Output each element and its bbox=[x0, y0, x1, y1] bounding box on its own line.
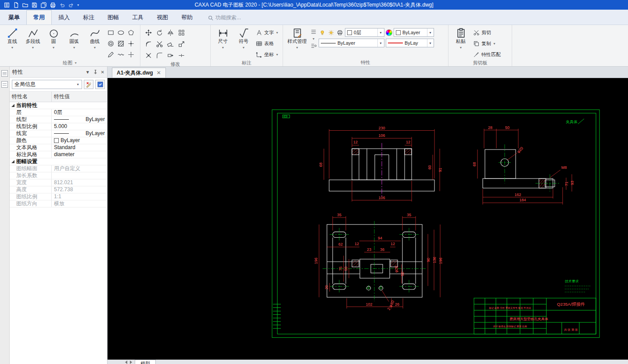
tab-home[interactable]: 常用 bbox=[26, 10, 52, 25]
tab-sheet[interactable]: 图幅 bbox=[101, 11, 126, 25]
prop-row-orientation[interactable]: 图纸方向 横放 bbox=[10, 200, 107, 207]
linetype-select[interactable]: ByLayer ▼ bbox=[319, 39, 384, 47]
scale-tool-icon[interactable] bbox=[176, 39, 187, 50]
prop-row-scale[interactable]: 图纸比例 1:1 bbox=[10, 193, 107, 200]
print-icon[interactable] bbox=[50, 2, 56, 8]
rotate-tool-icon[interactable] bbox=[154, 27, 165, 38]
color-picker-icon[interactable] bbox=[386, 29, 392, 36]
tab-close-icon[interactable]: ✕ bbox=[157, 70, 161, 76]
redo-icon[interactable] bbox=[68, 2, 75, 8]
new-document-icon[interactable] bbox=[13, 2, 19, 8]
text-tool[interactable]: 文字▼ bbox=[255, 28, 280, 38]
pick-object-button[interactable] bbox=[95, 80, 105, 89]
pencil-tool-icon[interactable] bbox=[106, 49, 115, 60]
erase-tool-icon[interactable] bbox=[165, 39, 176, 50]
layer-settings-icon[interactable] bbox=[310, 42, 317, 50]
style-manager-tool[interactable]: 样式管理▼ bbox=[286, 26, 309, 50]
color-select[interactable]: ByLayer ▼ bbox=[394, 28, 434, 37]
chevron-down-icon[interactable]: ▼ bbox=[32, 45, 35, 50]
trim-tool-icon[interactable] bbox=[154, 39, 165, 50]
document-tab[interactable]: A1-夹具体.dwg ✕ bbox=[112, 68, 166, 78]
wave-line-tool-icon[interactable] bbox=[116, 49, 126, 60]
chevron-down-icon[interactable]: ▼ bbox=[222, 45, 225, 50]
stretch-tool-icon[interactable] bbox=[165, 50, 176, 61]
mirror-tool-icon[interactable] bbox=[165, 27, 176, 38]
prev-sheet-icon[interactable] bbox=[125, 360, 127, 364]
model-space-tab[interactable]: 模型 bbox=[135, 360, 156, 364]
layer-plot-printer-icon[interactable] bbox=[336, 29, 344, 36]
prop-row-linetype-scale[interactable]: 线型比例 5.000 bbox=[10, 123, 107, 130]
polyline-tool[interactable]: 多段线▼ bbox=[23, 26, 43, 50]
tab-help[interactable]: 帮助 bbox=[175, 11, 199, 25]
prop-row-color[interactable]: 颜色 ByLayer bbox=[10, 137, 107, 144]
fillet-tool-icon[interactable] bbox=[154, 50, 165, 61]
paste-tool[interactable]: 粘贴▼ bbox=[451, 26, 470, 50]
function-search[interactable]: 功能搜索... bbox=[205, 11, 244, 25]
quick-access-menu-icon[interactable]: ▾ bbox=[77, 3, 79, 7]
prop-row-dim-style[interactable]: 标注风格 diameter bbox=[10, 151, 107, 158]
prop-row-lengthen[interactable]: 加长系数 bbox=[10, 172, 107, 179]
ellipse-tool-icon[interactable] bbox=[116, 27, 126, 38]
lineweight-select[interactable]: ByLay ▼ bbox=[386, 39, 434, 47]
prop-row-text-style[interactable]: 文本风格 Standard bbox=[10, 144, 107, 151]
array-tool-icon[interactable] bbox=[176, 27, 187, 38]
clear-selection-button[interactable] bbox=[84, 80, 93, 89]
save-all-icon[interactable] bbox=[40, 2, 47, 8]
layer-on-bulb-icon[interactable] bbox=[319, 29, 326, 36]
app-icon[interactable] bbox=[4, 2, 10, 8]
chevron-down-icon[interactable]: ▼ bbox=[310, 37, 317, 40]
layer-select[interactable]: 0层 ▼ bbox=[345, 28, 384, 37]
tab-menu[interactable]: 菜单 bbox=[2, 11, 26, 25]
chevron-down-icon[interactable]: ▼ bbox=[296, 45, 299, 50]
prop-row-width[interactable]: 宽度 812.021 bbox=[10, 179, 107, 186]
next-sheet-icon[interactable] bbox=[130, 360, 132, 364]
undo-icon[interactable] bbox=[59, 2, 65, 8]
group-label-clipboard[interactable]: 剪切板 bbox=[449, 60, 512, 66]
panel-close-icon[interactable]: ✕ bbox=[101, 70, 104, 75]
cut-tool[interactable]: 剪切 bbox=[472, 28, 502, 38]
prop-group-row[interactable]: 当前特性 bbox=[10, 102, 107, 109]
chevron-down-icon[interactable]: ▼ bbox=[93, 45, 97, 50]
group-label-draw[interactable]: 绘图▼ bbox=[0, 60, 140, 66]
open-file-icon[interactable] bbox=[22, 2, 29, 8]
tab-tools[interactable]: 工具 bbox=[126, 11, 150, 25]
copy-tool[interactable]: 复制▼ bbox=[472, 39, 502, 49]
chevron-down-icon[interactable]: ▼ bbox=[52, 45, 55, 50]
hatch-tool-icon[interactable] bbox=[116, 38, 126, 49]
circle-tool[interactable]: 圆▼ bbox=[44, 26, 63, 50]
panel-dock-menu-icon[interactable]: ▼ bbox=[86, 70, 90, 75]
arc-tool[interactable]: 圆弧▼ bbox=[65, 26, 84, 50]
prop-group-row[interactable]: 图幅设置 bbox=[10, 158, 107, 165]
concentric-circle-tool-icon[interactable] bbox=[106, 38, 115, 49]
chevron-down-icon[interactable]: ▼ bbox=[11, 45, 14, 50]
layers-panel-icon[interactable] bbox=[1, 81, 8, 88]
expander-icon[interactable] bbox=[11, 104, 14, 107]
chevron-down-icon[interactable]: ▼ bbox=[73, 45, 76, 50]
group-label-annotate[interactable]: 标注 bbox=[211, 60, 283, 66]
dimension-tool[interactable]: 尺寸▼ bbox=[213, 26, 233, 50]
move-tool-icon[interactable] bbox=[143, 27, 154, 38]
layer-freeze-sun-icon[interactable] bbox=[327, 29, 335, 36]
chevron-down-icon[interactable]: ▼ bbox=[459, 45, 463, 50]
offset-tool-icon[interactable] bbox=[143, 39, 154, 50]
group-label-properties[interactable]: 特性 bbox=[283, 59, 448, 66]
expander-icon[interactable] bbox=[11, 160, 14, 163]
tab-annotate[interactable]: 标注 bbox=[76, 11, 101, 25]
spline-tool[interactable]: 曲线▼ bbox=[85, 26, 104, 50]
tab-view[interactable]: 视图 bbox=[150, 11, 175, 25]
layer-list-icon[interactable] bbox=[310, 28, 317, 36]
prop-row-height[interactable]: 高度 572.738 bbox=[10, 186, 107, 193]
polygon-tool-icon[interactable] bbox=[126, 27, 136, 38]
symbol-tool[interactable]: 符号▼ bbox=[234, 26, 253, 50]
axis-line-tool-icon[interactable] bbox=[126, 49, 136, 60]
drawing-canvas[interactable]: 夹具体 230 106 12 12 68 bbox=[108, 78, 628, 360]
prop-row-layer[interactable]: 层 0层 bbox=[10, 109, 107, 116]
coordinate-tool[interactable]: 坐标▼ bbox=[255, 50, 280, 60]
prop-row-linetype[interactable]: 线型 ByLayer bbox=[10, 116, 107, 123]
rectangle-tool-icon[interactable] bbox=[106, 27, 115, 38]
scope-select[interactable]: 全局信息 ▼ bbox=[12, 80, 82, 89]
chevron-down-icon[interactable]: ▼ bbox=[242, 45, 245, 50]
point-tool-icon[interactable] bbox=[126, 38, 136, 49]
tab-insert[interactable]: 插入 bbox=[52, 11, 76, 25]
prop-row-sheet-size[interactable]: 图纸幅面 用户自定义 bbox=[10, 165, 107, 172]
